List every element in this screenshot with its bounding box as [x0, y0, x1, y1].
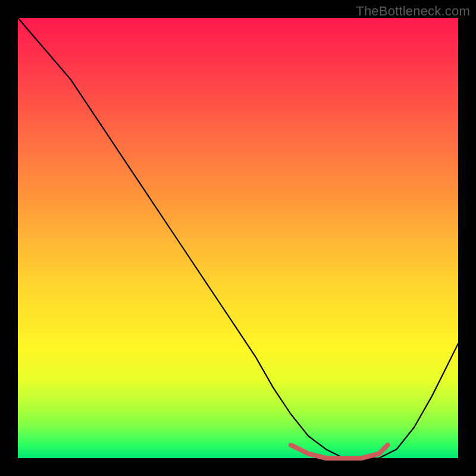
- optimal-band-path: [291, 445, 388, 458]
- bottleneck-curve-path: [18, 18, 458, 458]
- chart-frame: TheBottleneck.com: [0, 0, 476, 476]
- plot-area: [18, 18, 458, 458]
- curve-svg: [18, 18, 458, 458]
- watermark-text: TheBottleneck.com: [356, 4, 470, 19]
